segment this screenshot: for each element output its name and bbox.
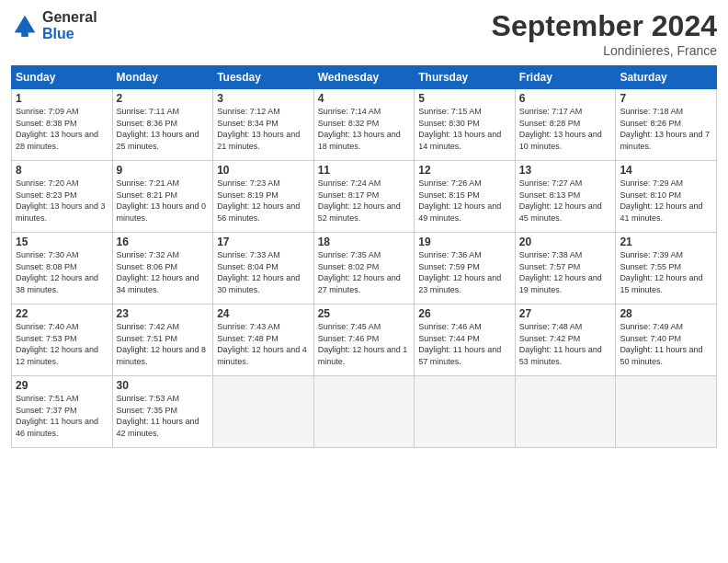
day-number: 4 [318,92,411,105]
table-row: 2Sunrise: 7:11 AMSunset: 8:36 PMDaylight… [112,89,213,161]
day-number: 25 [318,307,411,320]
table-row: 16Sunrise: 7:32 AMSunset: 8:06 PMDayligh… [112,233,213,304]
calendar-table: Sunday Monday Tuesday Wednesday Thursday… [11,65,717,448]
page-container: General Blue September 2024 Londinieres,… [0,0,728,455]
location: Londinieres, France [492,43,717,58]
day-number: 6 [519,92,612,105]
day-info: Sunrise: 7:27 AMSunset: 8:13 PMDaylight:… [519,178,612,224]
day-info: Sunrise: 7:20 AMSunset: 8:23 PMDaylight:… [16,178,108,224]
table-row: 15Sunrise: 7:30 AMSunset: 8:08 PMDayligh… [12,233,113,304]
svg-rect-1 [21,31,28,37]
day-info: Sunrise: 7:43 AMSunset: 7:48 PMDaylight:… [217,321,310,367]
day-number: 3 [217,92,310,105]
day-info: Sunrise: 7:42 AMSunset: 7:51 PMDaylight:… [117,321,210,367]
day-info: Sunrise: 7:35 AMSunset: 8:02 PMDaylight:… [318,249,411,295]
day-info: Sunrise: 7:29 AMSunset: 8:10 PMDaylight:… [620,178,712,224]
day-info: Sunrise: 7:38 AMSunset: 7:57 PMDaylight:… [519,249,612,295]
day-number: 23 [117,307,210,320]
day-info: Sunrise: 7:32 AMSunset: 8:06 PMDaylight:… [117,249,210,295]
table-row [313,376,415,448]
table-row: 21Sunrise: 7:39 AMSunset: 7:55 PMDayligh… [616,233,717,304]
title-block: September 2024 Londinieres, France [492,9,717,58]
day-info: Sunrise: 7:46 AMSunset: 7:44 PMDaylight:… [418,321,511,367]
table-row: 29Sunrise: 7:51 AMSunset: 7:37 PMDayligh… [12,376,113,448]
table-row [415,376,516,448]
logo-general: General [42,9,97,26]
day-number: 14 [620,164,712,177]
table-row [213,376,314,448]
calendar-week-5: 29Sunrise: 7:51 AMSunset: 7:37 PMDayligh… [12,376,717,448]
table-row: 22Sunrise: 7:40 AMSunset: 7:53 PMDayligh… [12,304,113,376]
table-row: 30Sunrise: 7:53 AMSunset: 7:35 PMDayligh… [112,376,213,448]
table-row: 8Sunrise: 7:20 AMSunset: 8:23 PMDaylight… [12,161,113,233]
table-row: 20Sunrise: 7:38 AMSunset: 7:57 PMDayligh… [515,233,616,304]
table-row: 28Sunrise: 7:49 AMSunset: 7:40 PMDayligh… [616,304,717,376]
day-number: 9 [117,164,210,177]
table-row: 11Sunrise: 7:24 AMSunset: 8:17 PMDayligh… [313,161,415,233]
day-info: Sunrise: 7:09 AMSunset: 8:38 PMDaylight:… [16,106,108,152]
day-number: 22 [16,307,108,320]
day-number: 2 [117,92,210,105]
table-row [616,376,717,448]
day-info: Sunrise: 7:23 AMSunset: 8:19 PMDaylight:… [217,178,310,224]
day-info: Sunrise: 7:11 AMSunset: 8:36 PMDaylight:… [117,106,210,152]
day-number: 29 [16,379,108,392]
day-info: Sunrise: 7:48 AMSunset: 7:42 PMDaylight:… [519,321,612,367]
day-info: Sunrise: 7:30 AMSunset: 8:08 PMDaylight:… [16,249,108,295]
day-info: Sunrise: 7:39 AMSunset: 7:55 PMDaylight:… [620,249,712,295]
logo-blue: Blue [42,26,97,42]
logo: General Blue [11,9,97,41]
day-number: 27 [519,307,612,320]
day-info: Sunrise: 7:21 AMSunset: 8:21 PMDaylight:… [117,178,210,224]
calendar-week-1: 1Sunrise: 7:09 AMSunset: 8:38 PMDaylight… [12,89,717,161]
day-info: Sunrise: 7:45 AMSunset: 7:46 PMDaylight:… [318,321,411,367]
day-number: 21 [620,236,712,248]
col-saturday: Saturday [616,66,717,89]
day-number: 15 [16,236,108,248]
calendar-week-3: 15Sunrise: 7:30 AMSunset: 8:08 PMDayligh… [12,233,717,304]
day-info: Sunrise: 7:12 AMSunset: 8:34 PMDaylight:… [217,106,310,152]
table-row: 3Sunrise: 7:12 AMSunset: 8:34 PMDaylight… [213,89,314,161]
svg-marker-0 [15,15,36,32]
day-number: 26 [418,307,511,320]
day-number: 17 [217,236,310,248]
col-friday: Friday [515,66,616,89]
col-monday: Monday [112,66,213,89]
table-row: 24Sunrise: 7:43 AMSunset: 7:48 PMDayligh… [213,304,314,376]
calendar-header-row: Sunday Monday Tuesday Wednesday Thursday… [12,66,717,89]
day-number: 7 [620,92,712,105]
table-row: 12Sunrise: 7:26 AMSunset: 8:15 PMDayligh… [415,161,516,233]
day-info: Sunrise: 7:24 AMSunset: 8:17 PMDaylight:… [318,178,411,224]
table-row: 25Sunrise: 7:45 AMSunset: 7:46 PMDayligh… [313,304,415,376]
table-row: 23Sunrise: 7:42 AMSunset: 7:51 PMDayligh… [112,304,213,376]
day-number: 1 [16,92,108,105]
table-row: 19Sunrise: 7:36 AMSunset: 7:59 PMDayligh… [415,233,516,304]
table-row: 27Sunrise: 7:48 AMSunset: 7:42 PMDayligh… [515,304,616,376]
col-thursday: Thursday [415,66,516,89]
table-row: 5Sunrise: 7:15 AMSunset: 8:30 PMDaylight… [415,89,516,161]
day-info: Sunrise: 7:40 AMSunset: 7:53 PMDaylight:… [16,321,108,367]
table-row: 7Sunrise: 7:18 AMSunset: 8:26 PMDaylight… [616,89,717,161]
day-number: 13 [519,164,612,177]
calendar-week-2: 8Sunrise: 7:20 AMSunset: 8:23 PMDaylight… [12,161,717,233]
logo-icon [11,12,39,40]
table-row: 1Sunrise: 7:09 AMSunset: 8:38 PMDaylight… [12,89,113,161]
day-info: Sunrise: 7:15 AMSunset: 8:30 PMDaylight:… [418,106,511,152]
logo-text: General Blue [42,9,97,41]
day-number: 24 [217,307,310,320]
table-row: 17Sunrise: 7:33 AMSunset: 8:04 PMDayligh… [213,233,314,304]
day-number: 11 [318,164,411,177]
col-wednesday: Wednesday [313,66,415,89]
day-number: 18 [318,236,411,248]
day-number: 28 [620,307,712,320]
day-number: 30 [117,379,210,392]
table-row: 6Sunrise: 7:17 AMSunset: 8:28 PMDaylight… [515,89,616,161]
table-row: 14Sunrise: 7:29 AMSunset: 8:10 PMDayligh… [616,161,717,233]
day-number: 16 [117,236,210,248]
day-number: 8 [16,164,108,177]
day-number: 20 [519,236,612,248]
table-row: 4Sunrise: 7:14 AMSunset: 8:32 PMDaylight… [313,89,415,161]
day-info: Sunrise: 7:17 AMSunset: 8:28 PMDaylight:… [519,106,612,152]
day-info: Sunrise: 7:53 AMSunset: 7:35 PMDaylight:… [117,393,210,439]
day-info: Sunrise: 7:14 AMSunset: 8:32 PMDaylight:… [318,106,411,152]
